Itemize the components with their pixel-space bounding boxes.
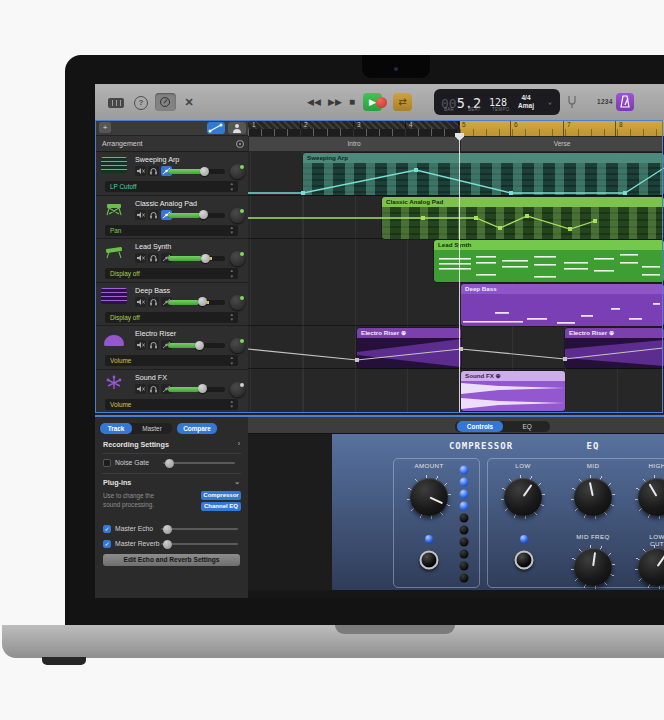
arrangement-section-intro[interactable]: Intro bbox=[248, 136, 460, 152]
tab-eq[interactable]: EQ bbox=[506, 421, 548, 432]
eq-toggle-switch[interactable] bbox=[515, 551, 534, 570]
count-in-button[interactable]: 1234 bbox=[597, 98, 613, 105]
solo-button[interactable] bbox=[148, 297, 159, 307]
smart-controls-button[interactable] bbox=[155, 93, 176, 111]
mute-button[interactable] bbox=[135, 253, 146, 263]
bar-number: 8 bbox=[619, 121, 623, 128]
stop-button[interactable]: ■ bbox=[349, 93, 355, 111]
tab-track[interactable]: Track bbox=[100, 423, 132, 434]
show-automation-button[interactable] bbox=[207, 122, 225, 134]
compressor-toggle-switch[interactable] bbox=[420, 551, 439, 570]
volume-slider[interactable] bbox=[168, 256, 225, 261]
arrangement-section-verse[interactable]: Verse bbox=[460, 136, 664, 152]
tuner-icon[interactable] bbox=[567, 95, 577, 109]
chevron-down-icon[interactable]: ⌄ bbox=[548, 98, 552, 106]
noise-gate-checkbox[interactable] bbox=[103, 459, 111, 467]
pan-knob[interactable] bbox=[230, 338, 245, 353]
lcd-display[interactable]: 005.2 BAR BEAT 128 TEMPO 4/4 Amaj ⌄ bbox=[434, 89, 560, 115]
metronome-button[interactable] bbox=[616, 93, 634, 111]
volume-slider[interactable] bbox=[168, 343, 225, 348]
tab-controls[interactable]: Controls bbox=[457, 421, 503, 432]
track-row-sound-fx[interactable]: Sound FX Volume▲▼ bbox=[95, 370, 248, 414]
pan-knob[interactable] bbox=[230, 251, 245, 266]
low-knob[interactable] bbox=[504, 478, 542, 516]
rewind-button[interactable]: ◀◀ bbox=[307, 93, 321, 111]
master-reverb-checkbox[interactable]: ✓ bbox=[103, 540, 111, 548]
region-electro-riser-2[interactable]: Electro Riser ⊕ bbox=[565, 328, 664, 368]
arrangement-target-icon[interactable] bbox=[236, 140, 244, 148]
automation-parameter-select[interactable]: Pan▲▼ bbox=[105, 225, 238, 236]
track-row-classic-analog-pad[interactable]: Classic Analog Pad Pan▲▼ bbox=[95, 196, 248, 240]
arrangement-track-label: Arrangement bbox=[95, 136, 248, 152]
pan-knob[interactable] bbox=[230, 164, 245, 179]
mid-knob[interactable] bbox=[574, 478, 612, 516]
region-sweeping-arp[interactable]: Sweeping Arp bbox=[303, 153, 664, 195]
pan-knob[interactable] bbox=[230, 295, 245, 310]
pan-knob[interactable] bbox=[230, 208, 245, 223]
track-row-lead-synth[interactable]: Lead Synth Display off▲▼ bbox=[95, 239, 248, 283]
mid-freq-knob[interactable] bbox=[574, 548, 612, 586]
tempo-display: 128 TEMPO bbox=[485, 97, 511, 108]
volume-slider[interactable] bbox=[168, 300, 225, 305]
master-reverb-slider[interactable] bbox=[161, 543, 238, 545]
master-echo-slider[interactable] bbox=[161, 528, 238, 530]
add-track-button[interactable]: + bbox=[99, 122, 111, 133]
forward-button[interactable]: ▶▶ bbox=[328, 93, 342, 111]
tab-master[interactable]: Master bbox=[133, 423, 171, 434]
solo-button[interactable] bbox=[148, 340, 159, 350]
track-icon bbox=[101, 375, 127, 391]
record-button[interactable] bbox=[376, 97, 387, 108]
region-lead-synth[interactable]: Lead Synth bbox=[434, 240, 664, 282]
edit-echo-reverb-button[interactable]: Edit Echo and Reverb Settings bbox=[103, 554, 240, 566]
chevron-right-icon[interactable]: › bbox=[238, 440, 240, 447]
region-classic-analog-pad[interactable]: Classic Analog Pad bbox=[382, 197, 664, 239]
region-electro-riser-1[interactable]: Electro Riser ⊕ bbox=[357, 328, 461, 368]
track-row-deep-bass[interactable]: Deep Bass Display off▲▼ bbox=[95, 283, 248, 327]
bar-number: 4 bbox=[409, 121, 413, 128]
mute-button[interactable] bbox=[135, 297, 146, 307]
help-button[interactable]: ? bbox=[134, 96, 148, 110]
region-label: Electro Riser ⊕ bbox=[565, 328, 664, 338]
low-cut-knob[interactable] bbox=[638, 548, 664, 586]
pan-knob[interactable] bbox=[230, 382, 245, 397]
keyboard-icon[interactable] bbox=[108, 98, 124, 108]
master-echo-checkbox[interactable]: ✓ bbox=[103, 525, 111, 533]
recording-settings-label[interactable]: Recording Settings bbox=[103, 440, 169, 449]
high-knob[interactable] bbox=[638, 478, 664, 516]
compare-button[interactable]: Compare bbox=[177, 423, 217, 434]
mute-button[interactable] bbox=[135, 166, 146, 176]
automation-parameter-select[interactable]: Display off▲▼ bbox=[105, 268, 238, 279]
eq-title: EQ bbox=[563, 441, 623, 451]
amount-knob[interactable] bbox=[410, 478, 448, 516]
solo-button[interactable] bbox=[148, 210, 159, 220]
mute-button[interactable] bbox=[135, 340, 146, 350]
solo-button[interactable] bbox=[148, 384, 159, 394]
volume-slider[interactable] bbox=[168, 213, 225, 218]
region-sound-fx[interactable]: Sound FX ⊕ bbox=[461, 371, 565, 411]
track-options-button[interactable] bbox=[228, 122, 246, 134]
automation-parameter-select[interactable]: Volume▲▼ bbox=[105, 355, 238, 366]
mute-button[interactable] bbox=[135, 210, 146, 220]
solo-button[interactable] bbox=[148, 253, 159, 263]
track-row-electro-riser[interactable]: Electro Riser Volume▲▼ bbox=[95, 326, 248, 370]
plugins-label[interactable]: Plug-ins bbox=[103, 478, 131, 487]
cycle-region[interactable] bbox=[460, 120, 664, 136]
automation-parameter-select[interactable]: Display off▲▼ bbox=[105, 312, 238, 323]
plugin-slot-compressor[interactable]: Compressor bbox=[201, 491, 241, 500]
track-header-list: Sweeping Arp LP Cutoff▲▼ Classic Analog … bbox=[95, 152, 248, 413]
editors-scissors-icon[interactable]: ✕ bbox=[183, 96, 195, 108]
volume-slider[interactable] bbox=[168, 169, 225, 174]
solo-button[interactable] bbox=[148, 166, 159, 176]
noise-gate-slider[interactable] bbox=[163, 462, 235, 464]
volume-slider[interactable] bbox=[168, 387, 225, 392]
eq-power-led bbox=[520, 535, 528, 543]
automation-parameter-select[interactable]: Volume▲▼ bbox=[105, 399, 238, 410]
automation-parameter-select[interactable]: LP Cutoff▲▼ bbox=[105, 181, 238, 192]
arrange-area[interactable]: Sweeping Arp Classic Analog Pad Lead Syn… bbox=[248, 152, 664, 413]
plugin-slot-channel-eq[interactable]: Channel EQ bbox=[201, 502, 241, 511]
track-row-sweeping-arp[interactable]: Sweeping Arp LP Cutoff▲▼ bbox=[95, 152, 248, 196]
cycle-button[interactable]: ⇄ bbox=[393, 93, 412, 111]
chevron-down-icon[interactable]: ⌄ bbox=[234, 478, 240, 486]
region-deep-bass[interactable]: Deep Bass bbox=[461, 284, 664, 326]
mute-button[interactable] bbox=[135, 384, 146, 394]
